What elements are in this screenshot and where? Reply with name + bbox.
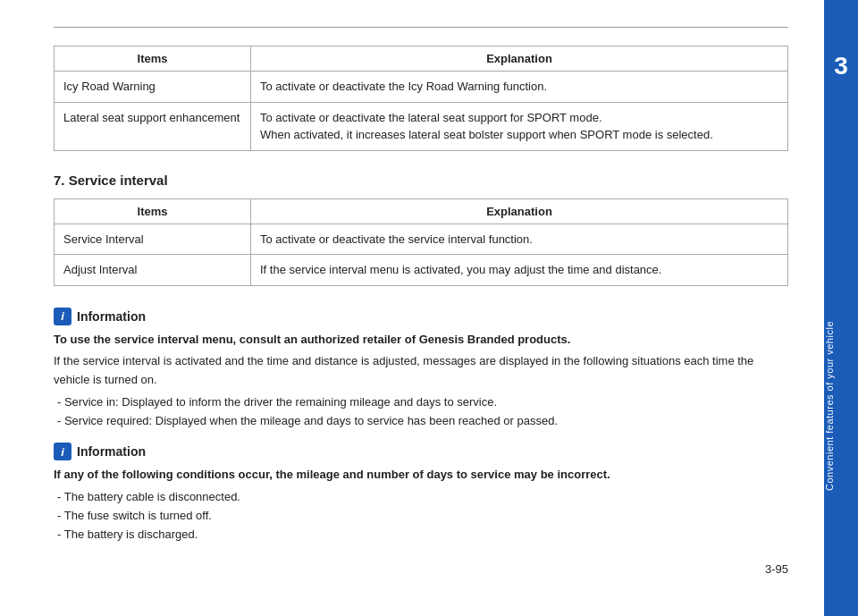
adjust-interval-item: Adjust Interval — [55, 255, 251, 286]
info-title-2: Information — [77, 444, 146, 459]
info-list-2-item3: - The battery is discharged. — [57, 526, 788, 544]
sidebar-chapter-title: Convenient features of your vehicle — [824, 321, 858, 491]
info-list-1-item1: - Service in: Displayed to inform the dr… — [57, 393, 788, 412]
service-interval-explanation: To activate or deactivate the service in… — [251, 224, 788, 255]
info-list-1-item2: - Service required: Displayed when the m… — [57, 412, 788, 431]
sidebar: 3 Convenient features of your vehicle — [824, 0, 858, 616]
info-block-1: i Information To use the service interva… — [54, 308, 788, 431]
row2-item: Lateral seat support enhancement — [55, 102, 251, 150]
info-icon-1: i — [54, 308, 72, 325]
top-table-header-explanation: Explanation — [251, 46, 788, 72]
info-header-1: i Information — [54, 308, 788, 325]
table-row: Adjust Interval If the service interval … — [55, 255, 788, 286]
info-bold-text-2: If any of the following conditions occur… — [54, 468, 610, 481]
table-row: Icy Road Warning To activate or deactiva… — [55, 72, 788, 103]
page-number: 3-95 — [54, 562, 788, 576]
table-row: Lateral seat support enhancement To acti… — [55, 102, 788, 150]
section7-title: 7. Service interval — [54, 173, 788, 188]
table-row: Service Interval To activate or deactiva… — [55, 224, 788, 255]
adjust-interval-explanation: If the service interval menu is activate… — [251, 255, 788, 286]
info-icon-2: i — [54, 443, 72, 460]
row2-explanation: To activate or deactivate the lateral se… — [251, 102, 788, 150]
row1-item: Icy Road Warning — [55, 72, 251, 103]
icy-road-table: Items Explanation Icy Road Warning To ac… — [54, 46, 788, 151]
info-bold-line-1: To use the service interval menu, consul… — [54, 331, 788, 350]
info-para-1: If the service interval is activated and… — [54, 352, 788, 390]
service-table-header-items: Items — [55, 198, 251, 224]
service-table-header-explanation: Explanation — [251, 198, 788, 224]
info-list-2-item2: - The fuse switch is turned off. — [57, 507, 788, 526]
sidebar-chapter-number: 3 — [834, 54, 848, 79]
info-title-1: Information — [77, 309, 146, 324]
info-bold-text-1: To use the service interval menu, consul… — [54, 333, 570, 346]
top-table-header-items: Items — [55, 46, 251, 72]
info-bold-line-2: If any of the following conditions occur… — [54, 466, 788, 485]
info-list-2-item1: - The battery cable is disconnected. — [57, 488, 788, 507]
info-block-2: i Information If any of the following co… — [54, 443, 788, 544]
service-interval-table: Items Explanation Service Interval To ac… — [54, 198, 788, 286]
service-interval-item: Service Interval — [55, 224, 251, 255]
info-header-2: i Information — [54, 443, 788, 460]
row1-explanation: To activate or deactivate the Icy Road W… — [251, 72, 788, 103]
